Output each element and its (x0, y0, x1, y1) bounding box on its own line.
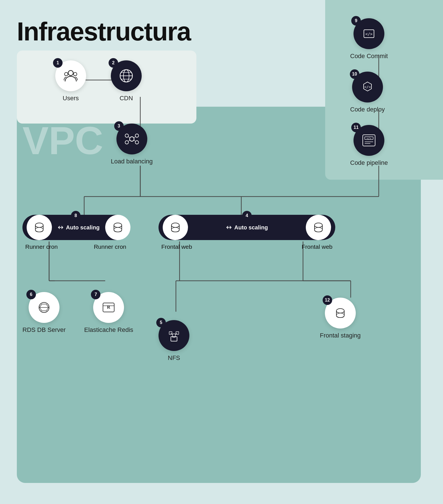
code-commit-badge: 9 (351, 16, 361, 26)
users-badge: 1 (53, 58, 63, 68)
svg-text:</>: </> (367, 137, 371, 140)
svg-point-56 (315, 227, 322, 232)
frontal-autoscaling-label: 4 Auto scaling (188, 224, 306, 231)
svg-text:R: R (107, 305, 111, 309)
svg-point-52 (114, 227, 122, 232)
code-pipeline-badge: 11 (351, 123, 361, 132)
svg-line-37 (128, 137, 130, 138)
code-deploy-label: Code deploy (350, 106, 385, 113)
svg-point-50 (35, 227, 43, 232)
page-title: Infraestructura (17, 17, 190, 46)
node-load-balancing: 3 Load balancing (111, 124, 153, 165)
code-deploy-badge: 10 (350, 69, 359, 79)
node-cdn: 2 CDN (111, 60, 142, 102)
cdn-label: CDN (120, 95, 133, 102)
frontal-left-label: Frontal web (161, 243, 192, 250)
svg-point-55 (315, 223, 322, 227)
autoscaling-frontal: 4 Auto scaling Frontal web Frontal web (159, 215, 335, 250)
runner-left-label: Runner cron (25, 243, 58, 250)
elasticache-circle: 7 R (93, 292, 124, 323)
svg-point-32 (130, 137, 134, 141)
rds-circle: 6 (29, 292, 59, 323)
frontal-staging-badge: 12 (323, 295, 332, 305)
frontal-left-circle (163, 215, 188, 240)
code-commit-label: Code Commit (350, 53, 388, 60)
node-code-commit: 9 </> Code Commit (350, 18, 388, 60)
node-elasticache: 7 R Elasticache Redis (84, 292, 133, 334)
svg-point-53 (171, 223, 179, 227)
autoscaling-runner: 8 Auto scaling Runner cron Runner cron (22, 215, 129, 250)
svg-point-24 (68, 70, 73, 76)
frontal-right-label: Frontal web (302, 243, 332, 250)
runner-badge: 8 (71, 211, 81, 220)
elasticache-badge: 7 (91, 290, 100, 299)
elasticache-label: Elasticache Redis (84, 326, 133, 334)
node-code-deploy: 10 </> Code deploy (350, 72, 385, 113)
users-circle: 1 (55, 60, 86, 91)
runner-right-label: Runner cron (94, 243, 126, 250)
lb-label: Load balancing (111, 158, 153, 165)
svg-point-35 (125, 141, 128, 144)
svg-rect-44 (363, 135, 375, 146)
runner-right-circle (105, 215, 130, 240)
svg-text:</>: </> (366, 32, 373, 36)
nfs-circle: 5 (159, 320, 189, 351)
rds-badge: 6 (26, 290, 36, 299)
runner-left-circle (27, 215, 52, 240)
frontal-right-circle (306, 215, 331, 240)
nfs-badge: 5 (156, 318, 166, 327)
cdn-circle: 2 (111, 60, 142, 91)
node-frontal-staging: 12 Frontal staging (320, 298, 361, 339)
cdn-badge: 2 (109, 58, 118, 68)
code-deploy-circle: 10 </> (352, 72, 383, 102)
svg-point-25 (65, 72, 68, 76)
svg-point-36 (135, 141, 139, 144)
svg-text:</>: </> (364, 85, 371, 89)
rds-label: RDS DB Server (22, 326, 66, 334)
lb-badge: 3 (114, 121, 124, 131)
svg-line-40 (134, 140, 135, 141)
svg-point-33 (125, 134, 128, 137)
code-pipeline-circle: 11 </> (354, 125, 384, 156)
frontal-autoscaling-bar: 4 Auto scaling (159, 215, 335, 240)
code-pipeline-label: Code pipeline (350, 159, 388, 167)
code-commit-circle: 9 </> (354, 18, 384, 49)
frontal-badge: 4 (242, 211, 252, 220)
runner-autoscaling-label: 8 Auto scaling (52, 224, 105, 231)
svg-point-51 (114, 223, 122, 227)
frontal-staging-label: Frontal staging (320, 332, 361, 339)
svg-point-49 (35, 223, 43, 227)
node-rds: 6 RDS DB Server (22, 292, 66, 334)
runner-autoscaling-bar: 8 Auto scaling (22, 215, 129, 240)
node-nfs: 5 NFS (159, 320, 189, 362)
svg-point-54 (171, 227, 179, 232)
frontal-staging-circle: 12 (325, 298, 356, 329)
users-label: Users (63, 95, 79, 102)
svg-line-39 (128, 140, 130, 141)
svg-line-38 (134, 137, 135, 138)
svg-point-68 (336, 309, 344, 313)
top-area-bg (17, 51, 196, 124)
node-users: 1 Users (55, 60, 86, 102)
svg-point-69 (336, 313, 344, 318)
lb-circle: 3 (116, 124, 147, 154)
node-code-pipeline: 11 </> Code pipeline (350, 125, 388, 167)
svg-point-26 (74, 72, 77, 76)
nfs-label: NFS (168, 354, 180, 362)
svg-point-34 (135, 134, 139, 137)
